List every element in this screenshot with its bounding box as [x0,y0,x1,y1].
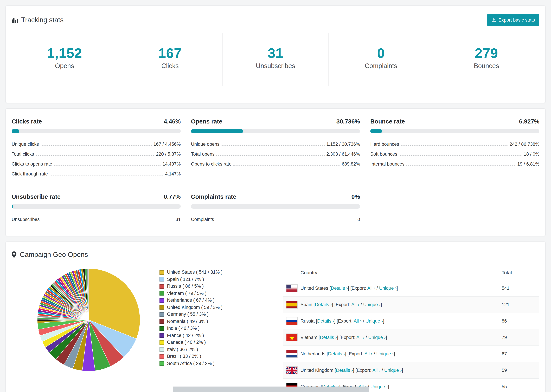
export-all-link[interactable]: All › [372,368,380,373]
export-unique-link[interactable]: Unique › [384,368,402,373]
legend-swatch [160,291,164,296]
dotted-leader [221,145,325,146]
stat-label: Unsubscribes [223,62,328,70]
dotted-leader [406,165,516,166]
legend-swatch [160,312,164,317]
flag-vn-icon [286,334,300,341]
export-unique-link[interactable]: Unique › [379,286,396,291]
legend-item-united-states: United States ( 541 / 31% ) [160,269,262,276]
total-column-header: Total [502,265,539,280]
details-link[interactable]: Details › [331,286,348,291]
stat-bounces: 279Bounces [434,33,539,86]
export-unique-link[interactable]: Unique › [363,302,381,307]
metric-label: Total clicks [12,152,34,157]
progress-bar-fill [12,204,13,209]
metric-label: Complaints [191,217,214,222]
legend-label: Germany ( 55 / 3% ) [167,311,209,318]
geo-pie-chart[interactable] [35,267,142,374]
rate-metric-row: Unsubscribes31 [12,214,181,224]
metric-label: Unsubscribes [12,217,40,222]
export-basic-stats-label: Export basic stats [498,17,535,23]
legend-label: India ( 46 / 3% ) [167,325,200,332]
legend-item-italy: Italy ( 36 / 2% ) [160,346,262,353]
campaign-geo-opens-title-text: Campaign Geo Opens [20,251,88,259]
export-all-link[interactable]: All › [354,318,362,324]
legend-swatch [160,333,164,338]
horizontal-scrollbar-thumb[interactable] [173,386,369,392]
geo-table-row-russia: Russia [Details ›] [Export: All › / Uniq… [283,313,539,329]
country-total: 541 [502,280,539,296]
metric-value: 2,303 / 61.446% [326,152,360,157]
metric-label: Unique clicks [12,142,39,147]
geo-table-row-netherlands: Netherlands [Details ›] [Export: All › /… [283,346,539,362]
legend-swatch [160,284,164,289]
details-link[interactable]: Details › [320,335,337,340]
export-all-link[interactable]: All › [351,302,359,307]
country-name: Vietnam [300,335,318,340]
rate-value: 6.927% [519,118,539,125]
location-pin-icon [12,252,16,258]
details-link[interactable]: Details › [315,302,332,307]
country-name: United States [300,286,328,291]
dotted-leader [216,221,356,221]
progress-bar-fill [12,129,19,133]
export-all-link[interactable]: All › [367,286,375,291]
rate-value: 4.46% [164,118,181,125]
legend-label: Romania ( 49 / 3% ) [167,318,208,325]
metric-label: Unique opens [191,142,219,147]
metric-value: 1,152 / 30.736% [326,142,360,147]
export-prefix: Export: [352,286,366,291]
geo-legend: United States ( 541 / 31% )Spain ( 121 /… [160,269,262,367]
legend-item-germany: Germany ( 55 / 3% ) [160,311,262,318]
legend-swatch [160,298,164,303]
country-total: 59 [502,362,539,378]
export-unique-link[interactable]: Unique › [366,318,383,324]
rate-title: Clicks rate [12,118,42,125]
stat-label: Opens [12,62,117,70]
stat-opens: 1,152Opens [12,33,117,86]
rate-value: 30.736% [336,118,360,125]
flag-gb-icon [286,366,300,374]
rate-metric-row: Hard bounces242 / 86.738% [370,139,539,149]
metric-value: 18 / 0% [524,152,539,157]
dotted-leader [41,145,152,146]
export-unique-link[interactable]: Unique › [370,384,388,389]
export-icon [492,18,496,22]
rate-metric-row: Internal bounces19 / 6.81% [370,159,539,169]
metric-label: Soft bounces [370,152,397,157]
stat-value: 167 [117,45,222,61]
stat-value: 31 [223,45,328,61]
details-link[interactable]: Details › [328,351,345,357]
flag-column-header [283,265,300,280]
progress-bar-fill [370,129,382,133]
legend-item-romania: Romania ( 49 / 3% ) [160,318,262,325]
legend-swatch [160,305,164,310]
export-prefix: Export: [349,351,363,357]
metric-value: 689.82% [342,161,360,167]
rate-block-clicks-rate: Clicks rate4.46%Unique clicks167 / 4.456… [12,118,181,179]
details-link[interactable]: Details › [317,318,334,324]
rate-title: Bounce rate [370,118,405,125]
export-unique-link[interactable]: Unique › [376,351,394,357]
export-basic-stats-button[interactable]: Export basic stats [487,14,539,26]
legend-swatch [160,354,164,359]
rate-block-complaints-rate: Complaints rate0%Complaints0 [191,193,360,224]
details-link[interactable]: Details › [336,368,353,373]
metric-label: Total opens [191,152,215,157]
export-unique-link[interactable]: Unique › [368,335,386,340]
geo-table-row-united-states: United States [Details ›] [Export: All ›… [283,280,539,296]
export-all-link[interactable]: All › [356,335,365,340]
metric-value: 14.497% [162,161,181,167]
rate-metric-row: Unique opens1,152 / 30.736% [191,139,360,149]
legend-item-united-kingdom: United Kingdom ( 59 / 3% ) [160,304,262,311]
dotted-leader [399,155,522,156]
dotted-leader [401,145,508,146]
metric-label: Opens to clicks rate [191,161,232,167]
stats-row: 1,152Opens167Clicks31Unsubscribes0Compla… [12,33,539,86]
legend-item-netherlands: Netherlands ( 67 / 4% ) [160,297,262,304]
legend-label: Brazil ( 33 / 2% ) [167,353,201,360]
geo-table-header-row: Country Total [283,265,539,280]
rate-metric-row: Total opens2,303 / 61.446% [191,149,360,159]
export-all-link[interactable]: All › [365,351,373,357]
country-name: United Kingdom [300,368,333,373]
